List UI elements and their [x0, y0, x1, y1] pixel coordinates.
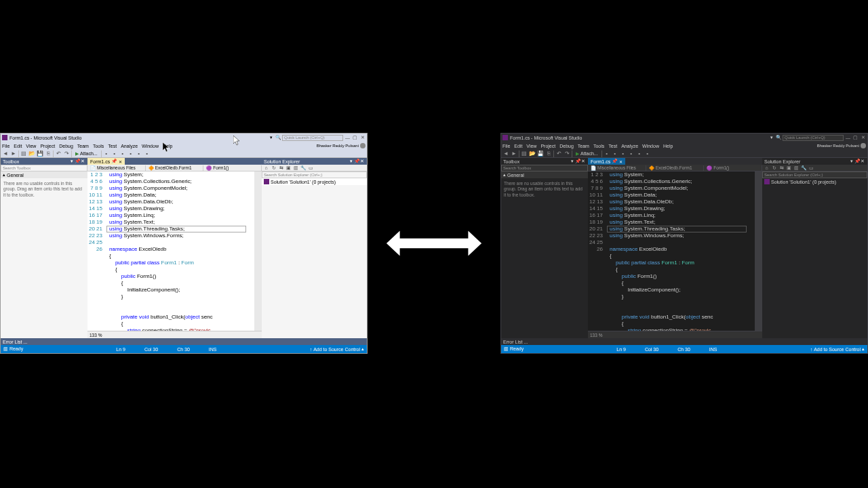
- tab-form1[interactable]: Form1.cs📌✕: [588, 158, 625, 165]
- error-list-tab[interactable]: Error List ...: [501, 338, 867, 345]
- nav-member[interactable]: 🟣Form1(): [203, 165, 262, 171]
- panel-close-icon[interactable]: ✕: [860, 159, 865, 164]
- menu-file[interactable]: File: [502, 144, 510, 148]
- solution-root-node[interactable]: Solution 'Solution1' (0 projects): [262, 178, 367, 185]
- toolbar-btn[interactable]: •: [628, 150, 635, 157]
- menu-view[interactable]: View: [526, 144, 536, 148]
- close-button[interactable]: ✕: [860, 135, 866, 141]
- toolbar-btn[interactable]: •: [119, 150, 126, 157]
- panel-close-icon[interactable]: ✕: [359, 159, 365, 164]
- tab-close-icon[interactable]: ✕: [619, 159, 623, 164]
- menu-test[interactable]: Test: [608, 144, 617, 148]
- toolbar-btn[interactable]: •: [103, 150, 110, 157]
- minimize-button[interactable]: —: [845, 135, 851, 141]
- open-file-icon[interactable]: 📂: [28, 150, 35, 157]
- notifications-icon[interactable]: ▾: [769, 135, 774, 140]
- menu-debug[interactable]: Debug: [59, 144, 73, 148]
- toolbar-btn[interactable]: •: [136, 150, 142, 157]
- solution-explorer-search-input[interactable]: Search Solution Explorer (Ctrl+;): [262, 171, 367, 178]
- undo-icon[interactable]: ↶: [555, 150, 562, 157]
- notifications-icon[interactable]: ▾: [269, 135, 274, 140]
- tab-form1[interactable]: Form1.cs📌✕: [87, 158, 125, 165]
- se-properties-icon[interactable]: 🔧: [300, 165, 307, 171]
- undo-icon[interactable]: ↶: [55, 150, 62, 157]
- menu-view[interactable]: View: [26, 144, 36, 148]
- menu-window[interactable]: Window: [142, 144, 159, 148]
- nav-class[interactable]: 🔶ExcelOledb.Form1: [646, 165, 705, 171]
- solution-root-node[interactable]: Solution 'Solution1' (0 projects): [762, 178, 867, 185]
- se-preview-icon[interactable]: ▭: [808, 165, 814, 171]
- menu-test[interactable]: Test: [108, 144, 117, 148]
- panel-pin-icon[interactable]: 📌: [354, 159, 359, 164]
- status-add-source-control[interactable]: ↑ Add to Source Control ▴: [310, 346, 364, 352]
- se-collapse-icon[interactable]: ▣: [786, 165, 792, 171]
- menu-help[interactable]: Help: [163, 144, 172, 148]
- toolbar-btn[interactable]: •: [127, 150, 134, 157]
- menu-project[interactable]: Project: [40, 144, 55, 148]
- status-add-source-control[interactable]: ↑ Add to Source Control ▴: [810, 346, 865, 352]
- open-file-icon[interactable]: 📂: [529, 150, 536, 157]
- maximize-button[interactable]: ▢: [852, 135, 859, 141]
- error-list-tab[interactable]: Error List ...: [1, 338, 367, 345]
- nav-back-icon[interactable]: ◄: [502, 150, 509, 157]
- menu-tools[interactable]: Tools: [593, 144, 604, 148]
- tab-pin-icon[interactable]: 📌: [612, 159, 618, 164]
- nav-class[interactable]: 🔶ExcelOledb.Form1: [146, 165, 204, 171]
- menu-debug[interactable]: Debug: [559, 144, 574, 148]
- tab-close-icon[interactable]: ✕: [119, 159, 122, 164]
- menu-analyze[interactable]: Analyze: [121, 144, 138, 148]
- nav-back-icon[interactable]: ◄: [2, 150, 9, 157]
- nav-scope[interactable]: 📄Miscellaneous Files: [588, 165, 646, 171]
- panel-pin-icon[interactable]: 📌: [575, 159, 580, 164]
- toolbar-btn[interactable]: •: [644, 150, 651, 157]
- attach-button[interactable]: ▶Attach...: [574, 151, 600, 157]
- menu-tools[interactable]: Tools: [93, 144, 104, 148]
- vertical-scrollbar[interactable]: [254, 171, 262, 331]
- new-project-icon[interactable]: ▤: [20, 150, 27, 157]
- code-text[interactable]: using System; using System.Collections.G…: [607, 171, 755, 331]
- zoom-indicator[interactable]: 133 %: [87, 331, 262, 338]
- new-project-icon[interactable]: ▤: [521, 150, 528, 157]
- save-icon[interactable]: 💾: [537, 150, 544, 157]
- nav-scope[interactable]: 📄Miscellaneous Files: [87, 165, 146, 171]
- se-properties-icon[interactable]: 🔧: [801, 165, 807, 171]
- toolbar-btn[interactable]: •: [612, 150, 618, 157]
- attach-button[interactable]: ▶Attach...: [73, 151, 100, 157]
- redo-icon[interactable]: ↷: [564, 150, 570, 157]
- code-area[interactable]: 1 2 3 4 5 6 7 8 9 10 11 12 13 14 15 16 1…: [588, 171, 762, 331]
- se-sync-icon[interactable]: ⇆: [778, 165, 785, 171]
- menu-window[interactable]: Window: [642, 144, 659, 148]
- toolbox-search-input[interactable]: Search Toolbox: [501, 165, 588, 171]
- save-all-icon[interactable]: ⎘: [45, 150, 52, 157]
- maximize-button[interactable]: ▢: [352, 135, 358, 141]
- code-area[interactable]: 1 2 3 4 5 6 7 8 9 10 11 12 13 14 15 16 1…: [87, 171, 262, 331]
- toolbar-btn[interactable]: •: [636, 150, 643, 157]
- save-icon[interactable]: 💾: [37, 150, 43, 157]
- se-refresh-icon[interactable]: ↻: [771, 165, 777, 171]
- panel-pin-icon[interactable]: 📌: [854, 159, 860, 164]
- toolbox-search-input[interactable]: Search Toolbox: [1, 165, 87, 171]
- signed-in-user[interactable]: Bhasker Reddy Pulsani: [317, 143, 366, 148]
- save-all-icon[interactable]: ⎘: [545, 150, 552, 157]
- menu-team[interactable]: Team: [578, 144, 589, 148]
- toolbar-btn[interactable]: •: [144, 150, 151, 157]
- menu-file[interactable]: File: [2, 144, 9, 148]
- vertical-scrollbar[interactable]: [755, 171, 762, 331]
- quick-launch-input[interactable]: Quick Launch (Ctrl+Q): [783, 135, 844, 141]
- code-text[interactable]: using System; using System.Collections.G…: [106, 171, 254, 331]
- toolbox-general-group[interactable]: ▴General: [1, 171, 87, 178]
- se-showall-icon[interactable]: ▥: [793, 165, 800, 171]
- menu-analyze[interactable]: Analyze: [621, 144, 638, 148]
- nav-fwd-icon[interactable]: ►: [10, 150, 17, 157]
- menu-team[interactable]: Team: [77, 144, 89, 148]
- toolbar-btn[interactable]: •: [620, 150, 627, 157]
- nav-fwd-icon[interactable]: ►: [511, 150, 517, 157]
- quick-launch-input[interactable]: Quick Launch (Ctrl+Q): [282, 135, 343, 141]
- menu-project[interactable]: Project: [540, 144, 555, 148]
- tab-pin-icon[interactable]: 📌: [111, 159, 117, 164]
- nav-member[interactable]: 🟣Form1(): [704, 165, 762, 171]
- se-showall-icon[interactable]: ▥: [293, 165, 299, 171]
- toolbar-btn[interactable]: •: [111, 150, 118, 157]
- close-button[interactable]: ✕: [359, 135, 366, 141]
- se-refresh-icon[interactable]: ↻: [271, 165, 277, 171]
